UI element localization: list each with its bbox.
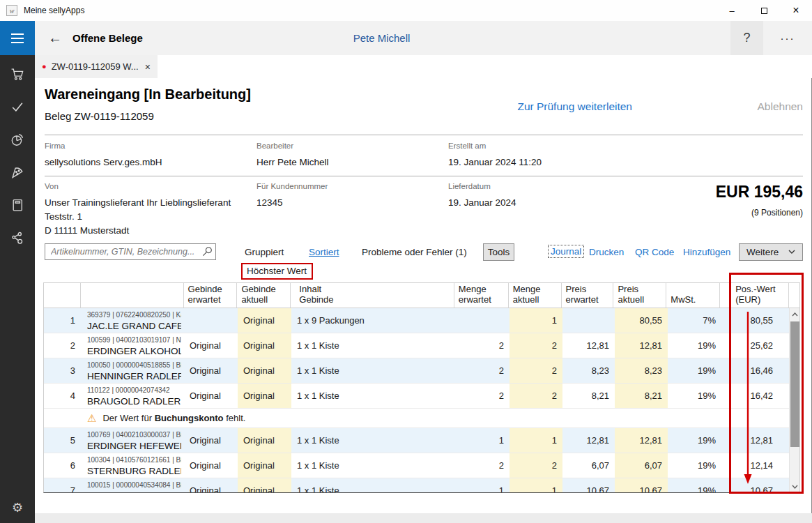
document-title: Wareneingang [In Bearbeitung] xyxy=(45,86,251,103)
col-header-scroll-spacer xyxy=(789,283,799,308)
field-kundennummer: Für Kundennummer 12345 xyxy=(256,182,328,210)
col-header-menge-erwartet[interactable]: Menge erwartet xyxy=(454,283,509,308)
cart-icon[interactable] xyxy=(10,67,25,81)
filter-sortiert[interactable]: Sortiert xyxy=(309,247,339,257)
cell-artikel: 100599 | 04002103019107 | Nich... ERDING… xyxy=(81,333,184,358)
cell-preis-erwartet: 12,81 xyxy=(562,428,615,453)
cell-gebinde-aktuell: Original xyxy=(238,478,291,493)
hinzufuegen-link[interactable]: Hinzufügen xyxy=(683,247,730,257)
pizza-slice-icon[interactable] xyxy=(10,165,25,179)
field-value: Unser Trainingslieferant Ihr Lieblingsli… xyxy=(45,196,231,210)
checkmark-icon[interactable] xyxy=(10,100,25,114)
field-value: 12345 xyxy=(256,196,328,210)
cell-mwst: 19% xyxy=(668,428,721,453)
cell-preis-aktuell: 6,07 xyxy=(615,453,668,478)
share-icon[interactable] xyxy=(10,231,25,245)
cell-mwst: 19% xyxy=(668,333,721,358)
cell-row-number: 3 xyxy=(44,358,81,383)
app-window: w Meine sellyApps – × Pete Michell ← Off… xyxy=(0,0,812,523)
cell-menge-erwartet: 2 xyxy=(455,453,510,478)
cell-inhalt-gebinde: 1 x 1 Kiste xyxy=(291,384,455,408)
cell-preis-aktuell: 12,81 xyxy=(615,428,668,453)
field-label: Bearbeiter xyxy=(256,142,329,150)
app-header: Pete Michell ← Offene Belege ? ··· xyxy=(0,21,812,55)
search-input[interactable] xyxy=(45,243,216,260)
cell-gebinde-erwartet: Original xyxy=(184,358,238,383)
table-row[interactable]: 2 100599 | 04002103019107 | Nich... ERDI… xyxy=(44,333,799,358)
field-von: Von Unser Trainingslieferant Ihr Lieblin… xyxy=(45,182,231,238)
cell-pos-wert: 12,81 xyxy=(721,428,790,453)
col-header-pos-wert[interactable]: Pos.-Wert (EUR) xyxy=(720,283,789,308)
filter-gruppiert[interactable]: Gruppiert xyxy=(245,247,284,257)
drucken-link[interactable]: Drucken xyxy=(589,247,624,257)
journal-link[interactable]: Journal xyxy=(548,245,584,258)
search-icon[interactable] xyxy=(201,246,213,257)
unsaved-dot-icon: ● xyxy=(42,63,47,70)
window-title: Meine sellyApps xyxy=(24,6,84,15)
artikel-name: JAC.LE GRAND CAFE CRE... xyxy=(87,320,181,332)
vertical-scrollbar[interactable] xyxy=(789,308,799,492)
scroll-down-icon[interactable] xyxy=(790,480,800,492)
cell-artikel: 110122 | 00000042074342 BRAUGOLD RADLER … xyxy=(81,384,184,408)
filter-probleme[interactable]: Probleme oder Fehler (1) xyxy=(362,247,467,257)
back-icon[interactable]: ← xyxy=(43,21,67,55)
col-header-gebinde-aktuell[interactable]: Gebinde aktuell xyxy=(237,283,291,308)
table-row[interactable]: 4 110122 | 00000042074342 BRAUGOLD RADLE… xyxy=(44,384,799,409)
cell-preis-erwartet: 6,07 xyxy=(562,453,615,478)
tab-label: ZW-0119-112059 W... xyxy=(52,61,141,72)
col-header-menge-aktuell[interactable]: Menge aktuell xyxy=(509,283,562,308)
scrollbar-thumb[interactable] xyxy=(790,321,799,447)
artikel-meta: 100050 | 00000040518855 | Bier... xyxy=(87,361,181,370)
sort-option-hoechster-wert[interactable]: Höchster Wert xyxy=(241,263,313,280)
scroll-up-icon[interactable] xyxy=(790,308,800,320)
tools-button[interactable]: Tools xyxy=(483,243,514,261)
col-header-mwst[interactable]: MwSt. xyxy=(666,283,720,308)
total-amount: EUR 195,46 xyxy=(716,183,803,202)
forward-for-review-link[interactable]: Zur Prüfung weiterleiten xyxy=(517,100,632,113)
search-box xyxy=(45,243,216,260)
field-label: Für Kundennummer xyxy=(256,182,328,190)
cell-menge-erwartet xyxy=(455,308,510,333)
table-row[interactable]: 3 100050 | 00000040518855 | Bier... HENN… xyxy=(44,358,799,384)
reject-link[interactable]: Ablehnen xyxy=(757,100,803,113)
cell-preis-erwartet: 12,81 xyxy=(562,333,615,358)
cell-menge-aktuell: 1 xyxy=(510,478,562,493)
document-tab[interactable]: ● ZW-0119-112059 W... × xyxy=(35,55,158,78)
qr-code-link[interactable]: QR Code xyxy=(635,247,674,257)
col-header-artikel xyxy=(81,283,184,308)
cell-row-number: 5 xyxy=(44,428,81,453)
pie-chart-icon[interactable] xyxy=(10,132,25,146)
maximize-button[interactable] xyxy=(748,0,780,21)
artikel-meta: 100769 | 04002103000037 | Bier... xyxy=(87,430,181,439)
table-row[interactable]: 5 100769 | 04002103000037 | Bier... ERDI… xyxy=(44,428,799,453)
field-value: sellysolutions Serv.ges.mbH xyxy=(45,156,162,169)
cell-gebinde-aktuell: Original xyxy=(238,428,291,453)
book-icon[interactable] xyxy=(10,198,25,212)
artikel-name: ERDINGER ALKOHOLFR 2... xyxy=(87,345,181,357)
table-row[interactable]: 6 100304 | 04105760121661 | Bier... STER… xyxy=(44,453,799,478)
warning-icon: ⚠ xyxy=(87,412,96,425)
table-row[interactable]: 1 369379 | 07622400820250 | Kaff... JAC.… xyxy=(44,308,799,333)
artikel-name: STERNBURG RADLER 20X... xyxy=(87,465,181,477)
field-erstellt-am: Erstellt am 19. Januar 2024 11:20 xyxy=(448,142,542,169)
help-button[interactable]: ? xyxy=(730,21,763,55)
table-row[interactable]: 7 100015 | 00000040534084 | Bier... Orig… xyxy=(44,478,799,493)
cell-artikel: 100015 | 00000040534084 | Bier... xyxy=(81,478,184,493)
col-header-preis-erwartet[interactable]: Preis erwartet xyxy=(562,283,614,308)
cell-inhalt-gebinde: 1 x 1 Kiste xyxy=(291,478,455,493)
field-firma: Firma sellysolutions Serv.ges.mbH xyxy=(45,142,162,169)
col-header-preis-aktuell[interactable]: Preis aktuell xyxy=(613,283,666,308)
weitere-dropdown-button[interactable]: Weitere xyxy=(739,243,803,261)
cell-pos-wert: 80,55 xyxy=(721,308,790,333)
field-lieferdatum: Lieferdatum 19. Januar 2024 xyxy=(448,182,516,210)
col-header-inhalt-gebinde[interactable]: Inhalt Gebinde xyxy=(291,283,454,308)
hamburger-menu-button[interactable] xyxy=(0,21,35,55)
close-button[interactable]: × xyxy=(780,0,812,21)
minimize-button[interactable]: – xyxy=(716,0,748,21)
tab-close-icon[interactable]: × xyxy=(145,61,151,73)
cell-inhalt-gebinde: 1 x 1 Kiste xyxy=(291,358,455,383)
settings-gear-icon[interactable]: ⚙ xyxy=(0,498,35,517)
col-header-gebinde-erwartet[interactable]: Gebinde erwartet xyxy=(184,283,238,308)
more-options-button[interactable]: ··· xyxy=(773,21,802,55)
cell-gebinde-erwartet xyxy=(184,308,238,333)
